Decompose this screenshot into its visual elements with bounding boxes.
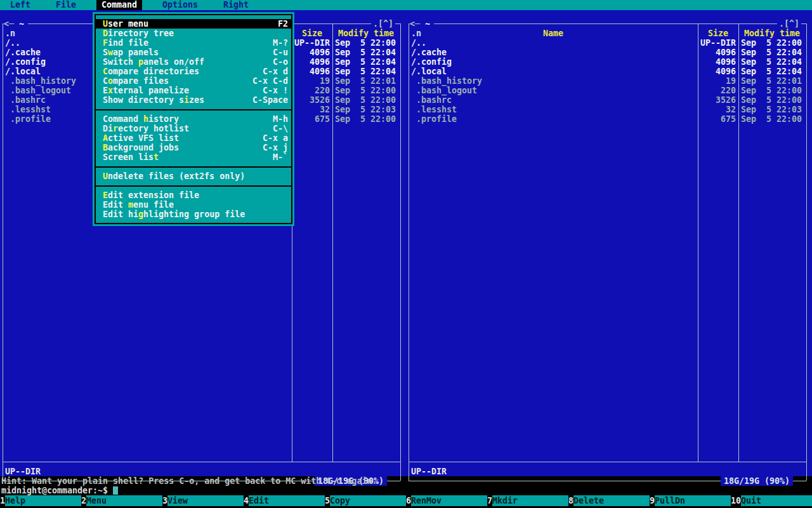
file-row-local[interactable]: /.local4096Sep 5 22:04 — [409, 67, 807, 76]
fkey-5-copy[interactable]: 5Copy — [325, 495, 406, 506]
fkey-8-delete[interactable]: 8Delete — [568, 495, 650, 506]
menu-item-show-directory-sizes[interactable]: Show directory sizesC-Space — [96, 95, 291, 105]
panel-up-button[interactable]: .[^] — [371, 19, 395, 29]
menu-item-directory-hotlist[interactable]: Directory hotlistC-\ — [96, 124, 291, 133]
menu-item-user-menu[interactable]: User menuF2 — [96, 19, 291, 29]
fkey-4-edit[interactable]: 4Edit — [244, 495, 325, 506]
fkey-9-pulldn[interactable]: 9PullDn — [650, 495, 731, 506]
column-header-mtime[interactable]: Modify time — [332, 29, 400, 38]
panel-path: ~ — [425, 19, 430, 29]
column-header-size[interactable]: Size — [292, 29, 332, 38]
function-key-bar: 1Help2Menu3View4Edit5Copy6RenMov7Mkdir8D… — [0, 495, 812, 508]
menu-item-shortcut: M-? — [273, 38, 288, 48]
file-row-bash-history[interactable]: .bash_history19Sep 5 22:01 — [409, 76, 807, 86]
file-mtime: Sep 5 22:04 — [335, 67, 396, 76]
menubar-item-command[interactable]: Command — [96, 0, 142, 10]
text-cursor — [113, 486, 118, 495]
menu-item-label: Edit menu file — [103, 200, 174, 210]
menu-bar: LeftFileCommandOptionsRight — [0, 0, 812, 10]
menubar-item-right[interactable]: Right — [223, 0, 249, 10]
right-panel-path-area[interactable]: <─~ — [410, 19, 434, 29]
fkey-3-view[interactable]: 3View — [162, 495, 244, 506]
file-row-cache[interactable]: /.cache4096Sep 5 22:04 — [409, 48, 807, 57]
menu-item-shortcut: M-` — [273, 152, 288, 162]
file-size: 3526 — [310, 95, 330, 105]
fkey-10-quit[interactable]: 10Quit — [731, 495, 812, 506]
file-mtime: Sep 5 22:00 — [741, 86, 802, 95]
file-size: 220 — [721, 86, 736, 95]
file-name: .bash_logout — [411, 86, 477, 95]
menu-item-label: Swap panels — [103, 48, 159, 57]
menubar-item-left[interactable]: Left — [10, 0, 30, 10]
menu-item-directory-tree[interactable]: Directory tree — [96, 29, 291, 38]
menu-item-active-vfs-list[interactable]: Active VFS listC-x a — [96, 133, 291, 143]
command-menu-dropdown: User menuF2Directory treeFind fileM-?Swa… — [93, 12, 294, 226]
file-size: 4096 — [310, 67, 330, 76]
menu-item-background-jobs[interactable]: Background jobsC-x j — [96, 143, 291, 152]
file-row-up-dir[interactable]: /..UP--DIRSep 5 22:00 — [409, 38, 807, 48]
menu-item-label: Edit extension file — [103, 190, 199, 200]
file-size: 4096 — [310, 57, 330, 67]
file-mtime: Sep 5 22:00 — [741, 114, 802, 124]
menu-item-label: Find file — [103, 38, 148, 48]
column-header-name[interactable]: Name — [409, 29, 698, 38]
menu-item-edit-highlighting-group-file[interactable]: Edit highlighting group file — [96, 210, 291, 219]
menu-item-edit-extension-file[interactable]: Edit extension file — [96, 190, 291, 200]
hint-line: Hint: Want your plain shell? Press C-o, … — [1, 476, 377, 486]
menu-item-compare-directories[interactable]: Compare directoriesC-x d — [96, 67, 291, 76]
fkey-2-menu[interactable]: 2Menu — [81, 495, 162, 506]
menu-item-shortcut: C-x d — [263, 67, 288, 76]
menu-item-compare-files[interactable]: Compare filesC-x C-d — [96, 76, 291, 86]
fkey-number: 9 — [650, 495, 655, 506]
mini-status: UP--DIR — [5, 467, 41, 476]
fkey-1-help[interactable]: 1Help — [0, 495, 81, 506]
file-name: .bash_logout — [5, 86, 71, 95]
fkey-label: View — [167, 495, 244, 506]
file-row-config[interactable]: /.config4096Sep 5 22:04 — [409, 57, 807, 67]
file-row-bash-logout[interactable]: .bash_logout220Sep 5 22:00 — [409, 86, 807, 95]
prompt-text: midnight@commander:~$ — [1, 486, 108, 495]
file-size: UP--DIR — [294, 38, 330, 48]
menu-item-shortcut: C-Space — [252, 95, 288, 105]
menu-item-find-file[interactable]: Find fileM-? — [96, 38, 291, 48]
menu-item-label: Compare directories — [103, 67, 199, 76]
menu-item-swap-panels[interactable]: Swap panelsC-u — [96, 48, 291, 57]
menu-item-label: Active VFS list — [103, 133, 179, 143]
panel-up-button[interactable]: .[^] — [777, 19, 801, 29]
menu-item-label: Show directory sizes — [103, 95, 204, 105]
menu-item-edit-menu-file[interactable]: Edit menu file — [96, 200, 291, 210]
panel-path: ~ — [19, 19, 24, 29]
file-row-profile[interactable]: .profile675Sep 5 22:00 — [409, 114, 807, 124]
menu-item-command-history[interactable]: Command historyM-h — [96, 114, 291, 124]
fkey-number: 1 — [0, 495, 5, 506]
file-mtime: Sep 5 22:00 — [335, 86, 396, 95]
menu-separator — [96, 162, 291, 171]
menu-item-label: Undelete files (ext2fs only) — [103, 171, 245, 181]
file-name: .bashrc — [411, 95, 452, 105]
fkey-7-mkdir[interactable]: 7Mkdir — [487, 495, 568, 506]
column-header-size[interactable]: Size — [698, 29, 738, 38]
menubar-item-options[interactable]: Options — [162, 0, 198, 10]
file-mtime: Sep 5 22:04 — [335, 48, 396, 57]
menu-item-label: User menu — [103, 19, 148, 29]
file-row-bashrc[interactable]: .bashrc3526Sep 5 22:00 — [409, 95, 807, 105]
file-mtime: Sep 5 22:04 — [335, 57, 396, 67]
left-panel-path-area[interactable]: <─~ — [4, 19, 28, 29]
menu-item-switch-panels-on-off[interactable]: Switch panels on/offC-o — [96, 57, 291, 67]
menu-item-screen-list[interactable]: Screen listM-` — [96, 152, 291, 162]
fkey-number: 5 — [325, 495, 330, 506]
menu-item-label: Directory tree — [103, 29, 174, 38]
fkey-6-renmov[interactable]: 6RenMov — [406, 495, 487, 506]
file-name: /.cache — [5, 48, 41, 57]
menu-item-undelete-files-ext2fs-only[interactable]: Undelete files (ext2fs only) — [96, 171, 291, 181]
shell-prompt[interactable]: midnight@commander:~$ — [1, 486, 108, 495]
file-name: /.cache — [411, 48, 447, 57]
file-row-lesshst[interactable]: .lesshst32Sep 5 22:03 — [409, 105, 807, 114]
file-name: .profile — [5, 114, 51, 124]
menu-item-external-panelize[interactable]: External panelizeC-x ! — [96, 86, 291, 95]
mini-status: UP--DIR — [411, 467, 447, 476]
menubar-item-file[interactable]: File — [56, 0, 76, 10]
file-mtime: Sep 5 22:00 — [741, 95, 802, 105]
column-header-mtime[interactable]: Modify time — [738, 29, 806, 38]
file-name: /.. — [411, 38, 426, 48]
